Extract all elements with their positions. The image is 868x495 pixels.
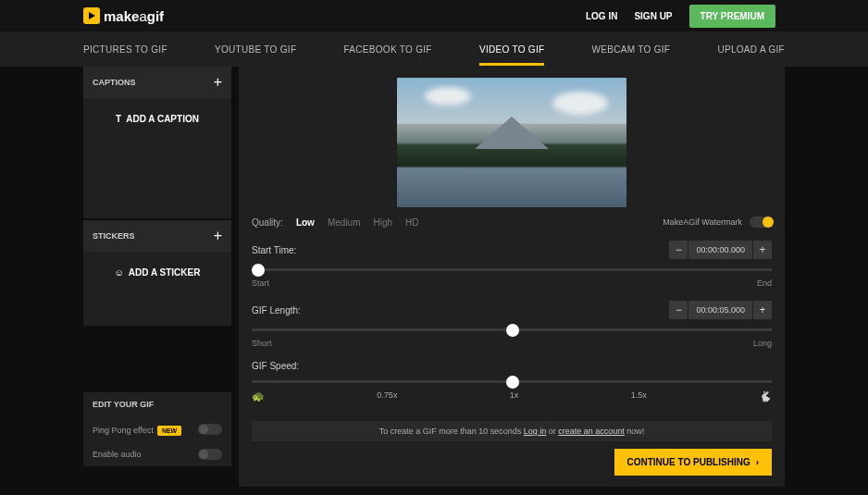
stickers-panel: STICKERS + ☺ ADD A STICKER bbox=[83, 220, 231, 326]
quality-label: Quality: bbox=[252, 217, 283, 228]
notice-login-link[interactable]: Log in bbox=[524, 427, 547, 436]
giflength-minus[interactable]: − bbox=[669, 301, 688, 319]
giflength-left-label: Short bbox=[252, 339, 272, 348]
new-badge: NEW bbox=[157, 426, 181, 436]
continue-button[interactable]: CONTINUE TO PUBLISHING › bbox=[614, 449, 773, 476]
captions-title: CAPTIONS bbox=[93, 78, 136, 87]
giflength-slider[interactable] bbox=[252, 328, 772, 331]
speed-tick-1: 1x bbox=[510, 390, 519, 402]
header: makeagif LOG IN SIGN UP TRY PREMIUM bbox=[0, 0, 868, 31]
pingpong-label: Ping Pong effect bbox=[93, 426, 154, 435]
captions-header: CAPTIONS + bbox=[83, 67, 231, 98]
starttime-thumb[interactable] bbox=[252, 264, 265, 277]
add-sticker-button[interactable]: ☺ ADD A STICKER bbox=[115, 267, 201, 278]
giflength-section: GIF Length: − 00:00:05.000 + Short Long bbox=[252, 301, 772, 348]
tab-pictures-to-gif[interactable]: PICTURES TO GIF bbox=[83, 33, 167, 66]
speed-tick-075: 0.75x bbox=[377, 390, 397, 402]
tab-video-to-gif[interactable]: VIDEO TO GIF bbox=[479, 33, 544, 66]
giflength-thumb[interactable] bbox=[506, 324, 519, 337]
nav-tabs: PICTURES TO GIF YOUTUBE TO GIF FACEBOOK … bbox=[0, 31, 868, 67]
starttime-left-label: Start bbox=[252, 278, 269, 288]
logo[interactable]: makeagif bbox=[83, 7, 164, 24]
gifspeed-section: GIF Speed: 🐢 0.75x 1x 1.5x 🐇 bbox=[252, 361, 772, 402]
plus-icon[interactable]: + bbox=[214, 228, 222, 244]
watermark-control: MakeAGif Watermark bbox=[663, 217, 772, 228]
login-link[interactable]: LOG IN bbox=[586, 11, 617, 21]
notice-create-link[interactable]: create an account bbox=[558, 427, 625, 436]
gifspeed-thumb[interactable] bbox=[506, 376, 519, 389]
audio-toggle[interactable] bbox=[198, 449, 222, 460]
notice-bar: To create a GIF more than 10 seconds Log… bbox=[252, 421, 772, 441]
tab-webcam-to-gif[interactable]: WEBCAM TO GIF bbox=[592, 33, 671, 66]
sidebar: CAPTIONS + T ADD A CAPTION STICKERS + ☺ … bbox=[83, 67, 231, 487]
audio-label: Enable audio bbox=[93, 450, 142, 459]
header-right: LOG IN SIGN UP TRY PREMIUM bbox=[586, 5, 775, 28]
sticker-icon: ☺ bbox=[115, 267, 124, 278]
quality-high[interactable]: High bbox=[373, 217, 392, 228]
giflength-value: 00:00:05.000 bbox=[688, 301, 752, 319]
starttime-slider[interactable] bbox=[252, 268, 772, 271]
logo-icon bbox=[83, 7, 100, 24]
quality-hd[interactable]: HD bbox=[405, 217, 418, 228]
edit-header: EDIT YOUR GIF bbox=[83, 392, 231, 416]
starttime-right-label: End bbox=[757, 278, 772, 288]
giflength-stepper: − 00:00:05.000 + bbox=[669, 301, 772, 319]
giflength-plus[interactable]: + bbox=[753, 301, 772, 319]
giflength-label: GIF Length: bbox=[252, 305, 301, 316]
signup-link[interactable]: SIGN UP bbox=[634, 11, 672, 21]
tab-youtube-to-gif[interactable]: YOUTUBE TO GIF bbox=[215, 33, 296, 66]
starttime-minus[interactable]: − bbox=[669, 241, 688, 259]
try-premium-button[interactable]: TRY PREMIUM bbox=[689, 5, 775, 28]
rabbit-icon: 🐇 bbox=[759, 390, 772, 402]
quality-low[interactable]: Low bbox=[296, 217, 315, 228]
tab-facebook-to-gif[interactable]: FACEBOOK TO GIF bbox=[343, 33, 431, 66]
preview-area bbox=[252, 78, 772, 207]
starttime-plus[interactable]: + bbox=[753, 241, 772, 259]
audio-row: Enable audio bbox=[83, 442, 231, 466]
logo-text: makeagif bbox=[104, 8, 164, 24]
preview-image bbox=[397, 78, 626, 207]
starttime-label: Start Time: bbox=[252, 245, 296, 255]
watermark-toggle[interactable] bbox=[750, 217, 772, 228]
starttime-stepper: − 00:00:00.000 + bbox=[669, 241, 772, 259]
edit-panel: EDIT YOUR GIF Ping Pong effectNEW Enable… bbox=[83, 392, 231, 466]
footer: CONTINUE TO PUBLISHING › bbox=[252, 449, 772, 476]
text-icon: T bbox=[116, 114, 121, 124]
starttime-section: Start Time: − 00:00:00.000 + Start End bbox=[252, 241, 772, 288]
pingpong-toggle[interactable] bbox=[198, 424, 222, 435]
gifspeed-label: GIF Speed: bbox=[252, 361, 299, 371]
gifspeed-slider[interactable] bbox=[252, 380, 772, 383]
giflength-right-label: Long bbox=[753, 339, 772, 348]
watermark-label: MakeAGif Watermark bbox=[663, 217, 742, 227]
starttime-value: 00:00:00.000 bbox=[688, 241, 752, 259]
stickers-title: STICKERS bbox=[93, 231, 135, 241]
speed-tick-15: 1.5x bbox=[631, 390, 647, 402]
stickers-header: STICKERS + bbox=[83, 220, 231, 252]
plus-icon[interactable]: + bbox=[214, 74, 222, 91]
tab-upload-a-gif[interactable]: UPLOAD A GIF bbox=[717, 33, 785, 66]
pingpong-row: Ping Pong effectNEW bbox=[83, 416, 231, 442]
add-caption-button[interactable]: T ADD A CAPTION bbox=[116, 114, 199, 124]
content: Quality: Low Medium High HD MakeAGif Wat… bbox=[239, 67, 785, 487]
quality-row: Quality: Low Medium High HD MakeAGif Wat… bbox=[252, 217, 772, 228]
chevron-right-icon: › bbox=[756, 457, 759, 467]
turtle-icon: 🐢 bbox=[252, 390, 265, 402]
quality-medium[interactable]: Medium bbox=[328, 217, 361, 228]
captions-panel: CAPTIONS + T ADD A CAPTION bbox=[83, 67, 231, 218]
